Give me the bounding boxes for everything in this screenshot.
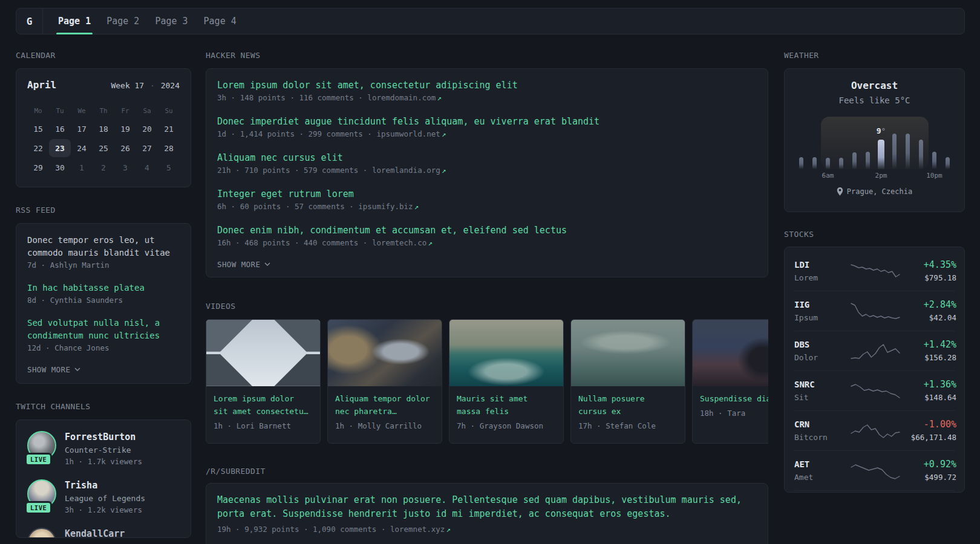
calendar-day: 19 [114, 120, 136, 138]
stock-row[interactable]: DBSDolor +1.42%$156.28 [794, 331, 955, 371]
stocks-widget: STOCKS LDILorem +4.35%$795.18 IIGIpsum +… [784, 230, 965, 493]
weather-hour-ticks: 6am2pm10pm [795, 172, 955, 181]
post-meta-text: 19h · 9,932 points · 1,090 comments · [217, 525, 390, 534]
calendar-day: 30 [49, 158, 71, 176]
story-meta-text: 3h · 148 points · 116 comments · [217, 93, 367, 102]
hackernews-item: Donec enim nibh, condimentum et accumsan… [217, 224, 757, 249]
calendar-day: 1 [71, 158, 93, 176]
story-meta-text: 1d · 1,414 points · 299 comments · [217, 129, 376, 138]
channel-meta: 1h · 1.7k viewers [65, 457, 142, 466]
weather-bar-current [878, 140, 884, 169]
video-thumbnail[interactable] [571, 320, 685, 386]
story-title[interactable]: Lorem ipsum dolor sit amet, consectetur … [217, 79, 757, 92]
rss-card: Donec tempor eros leo, ut commodo mauris… [16, 223, 191, 384]
video-thumbnail[interactable] [206, 320, 320, 386]
external-link-icon: ↗ [442, 129, 446, 138]
tab-page-3[interactable]: Page 3 [147, 8, 195, 34]
twitch-section-label: TWITCH CHANNELS [16, 402, 191, 412]
video-title[interactable]: Aliquam tempor dolor nec pharetra… [335, 392, 434, 418]
stock-change: -1.00% [901, 419, 956, 430]
calendar-card: April Week 17 · 2024 Mo Tu We Th Fr Sa S… [16, 68, 191, 187]
calendar-day: 3 [114, 158, 136, 176]
story-title[interactable]: Integer eget rutrum lorem [217, 187, 757, 201]
stock-sparkline [850, 261, 901, 281]
stock-change: +2.84% [901, 299, 956, 310]
rss-item: In hac habitasse platea 8d · Cynthia Sau… [27, 282, 180, 306]
story-domain-link[interactable]: loremdomain.com [367, 93, 436, 102]
twitch-channel-row[interactable]: KendallCarr [27, 528, 180, 538]
hackernews-item: Donec imperdiet augue tincidunt felis al… [217, 115, 757, 140]
stock-change: +4.35% [901, 259, 956, 270]
stock-row[interactable]: LDILorem +4.35%$795.18 [794, 251, 955, 291]
story-domain-link[interactable]: loremlandia.org [372, 166, 440, 175]
video-thumbnail[interactable] [328, 320, 442, 386]
tab-page-1[interactable]: Page 1 [50, 8, 99, 34]
stock-price: $156.28 [901, 353, 956, 363]
stock-sparkline [850, 341, 901, 361]
story-domain-link[interactable]: ipsumify.biz [358, 202, 413, 211]
calendar-year: 2024 [161, 81, 180, 90]
hour-tick-label: 2pm [875, 172, 887, 180]
rss-show-more-button[interactable]: SHOW MORE [27, 364, 180, 375]
twitch-channel-row[interactable]: LIVE ForrestBurton Counter-Strike 1h · 1… [27, 431, 180, 471]
calendar-month: April [27, 79, 56, 91]
calendar-day: 21 [158, 120, 180, 138]
show-more-label: SHOW MORE [27, 365, 70, 374]
stock-row[interactable]: CCSConsectetur +0.51%$165.84 [794, 490, 955, 493]
video-title[interactable]: Mauris sit amet massa felis [457, 392, 556, 418]
tab-page-2[interactable]: Page 2 [99, 8, 147, 34]
rss-item-title[interactable]: Sed volutpat nulla nisl, a condimentum n… [27, 317, 180, 342]
left-column: CALENDAR April Week 17 · 2024 Mo Tu We T… [16, 51, 191, 538]
story-meta-text: 16h · 468 points · 440 comments · [217, 238, 372, 247]
app-logo[interactable]: G [16, 8, 43, 34]
twitch-channel-row[interactable]: LIVE Trisha League of Legends 3h · 1.2k … [27, 479, 180, 519]
post-domain-link[interactable]: loremnet.xyz [390, 525, 445, 534]
stock-row[interactable]: AETAmet +0.92%$499.72 [794, 450, 955, 490]
video-title[interactable]: Suspendisse diam [700, 392, 768, 405]
video-title[interactable]: Lorem ipsum dolor sit amet consectetu… [214, 392, 313, 418]
calendar-week-year: Week 17 · 2024 [111, 81, 180, 90]
channel-avatar [27, 528, 56, 538]
story-title[interactable]: Donec imperdiet augue tincidunt felis al… [217, 115, 757, 128]
stocks-section-label: STOCKS [784, 230, 965, 239]
story-domain-link[interactable]: loremtech.co [372, 238, 426, 247]
stock-symbol: AET [794, 459, 850, 470]
channel-game: Counter-Strike [65, 445, 142, 455]
reddit-widget: /R/SUBREDDIT Maecenas mollis pulvinar er… [206, 467, 768, 544]
story-meta: 16h · 468 points · 440 comments · loremt… [217, 237, 757, 249]
stock-row[interactable]: SNRCSit +1.36%$148.64 [794, 371, 955, 410]
topbar: G Page 1 Page 2 Page 3 Page 4 [16, 8, 965, 34]
rss-item-title[interactable]: In hac habitasse platea [27, 282, 180, 294]
stock-row[interactable]: CRNBitcorn -1.00%$66,171.48 [794, 410, 955, 450]
hackernews-show-more-button[interactable]: SHOW MORE [217, 259, 757, 270]
reddit-post-title[interactable]: Maecenas mollis pulvinar erat non posuer… [217, 493, 757, 521]
video-thumbnail[interactable] [449, 320, 563, 386]
story-domain-link[interactable]: ipsumworld.net [376, 129, 440, 138]
weather-bar [812, 157, 817, 169]
hackernews-card: Lorem ipsum dolor sit amet, consectetur … [206, 68, 768, 277]
videos-widget: VIDEOS Lorem ipsum dolor sit amet consec… [206, 302, 768, 444]
twitch-card: LIVE ForrestBurton Counter-Strike 1h · 1… [16, 419, 191, 538]
weekday-label: Su [158, 107, 180, 115]
weather-hourly-chart: 9° [795, 115, 955, 169]
video-thumbnail[interactable] [693, 320, 768, 386]
story-title[interactable]: Donec enim nibh, condimentum et accumsan… [217, 224, 757, 237]
separator-dot: · [149, 81, 156, 90]
stock-sparkline [850, 301, 901, 322]
stock-name: Amet [794, 473, 850, 482]
calendar-day-grid: 1516171819202122232425262728293012345 [27, 120, 180, 176]
stock-row[interactable]: IIGIpsum +2.84%$42.04 [794, 291, 955, 331]
story-title[interactable]: Aliquam nec cursus elit [217, 151, 757, 164]
video-title[interactable]: Nullam posuere cursus ex [578, 392, 678, 418]
stock-sparkline [850, 461, 901, 481]
tab-page-4[interactable]: Page 4 [196, 8, 244, 34]
videos-row: Lorem ipsum dolor sit amet consectetu… 1… [206, 319, 768, 444]
channel-game: League of Legends [65, 494, 145, 503]
rss-item-meta: 7d · Ashlyn Martin [27, 259, 180, 271]
weather-bar [932, 152, 936, 169]
rss-item-title[interactable]: Donec tempor eros leo, ut commodo mauris… [27, 234, 180, 259]
video-card: Mauris sit amet massa felis 7h · Grayson… [449, 319, 564, 444]
calendar-widget: CALENDAR April Week 17 · 2024 Mo Tu We T… [16, 51, 191, 187]
calendar-day: 2 [93, 158, 114, 176]
calendar-day: 22 [27, 139, 49, 157]
